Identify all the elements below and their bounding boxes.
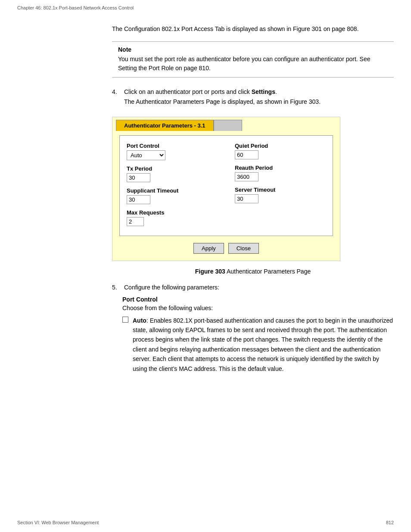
figure-tab-bar: Authenticator Parameters - 3.1 xyxy=(112,117,340,131)
max-requests-input[interactable] xyxy=(127,217,144,226)
intro-text: The Configuration 802.1x Port Access Tab… xyxy=(112,24,394,34)
supplicant-timeout-input[interactable] xyxy=(127,195,150,204)
figure-button-row: Apply Close xyxy=(119,241,333,254)
note-title: Note xyxy=(118,46,388,53)
reauth-period-label: Reauth Period xyxy=(235,165,326,171)
figure-inner: Port Control Auto Tx Period xyxy=(112,131,340,261)
close-button[interactable]: Close xyxy=(228,243,259,254)
auto-bullet-text: Auto: Enables 802.1X port-based authenti… xyxy=(133,316,394,373)
apply-button[interactable]: Apply xyxy=(193,243,224,254)
quiet-period-label: Quiet Period xyxy=(235,143,326,149)
auto-checkbox-icon xyxy=(122,317,128,323)
max-requests-field: Max Requests xyxy=(127,209,218,226)
auto-bullet-item: Auto: Enables 802.1X port-based authenti… xyxy=(122,316,394,373)
step-4-text: Click on an authenticator port or ports … xyxy=(124,87,321,106)
step-5-number: 5. xyxy=(112,284,121,291)
figure-caption: Figure 303 Authenticator Parameters Page xyxy=(112,268,394,275)
port-control-select[interactable]: Auto xyxy=(127,150,165,160)
param-col-right: Quiet Period Reauth Period Server Timeou… xyxy=(235,143,326,231)
auto-term: Auto xyxy=(133,317,146,324)
server-timeout-label: Server Timeout xyxy=(235,187,326,193)
reauth-period-field: Reauth Period xyxy=(235,165,326,181)
quiet-period-input[interactable] xyxy=(235,150,258,159)
port-control-select-wrap: Auto xyxy=(127,150,218,160)
supplicant-timeout-field: Supplicant Timeout xyxy=(127,187,218,204)
tx-period-input[interactable] xyxy=(127,173,150,182)
port-control-label: Port Control xyxy=(127,143,218,149)
server-timeout-field: Server Timeout xyxy=(235,187,326,203)
step-5-text: Configure the following parameters: xyxy=(124,283,219,292)
note-box: Note You must set the port role as authe… xyxy=(112,41,394,78)
port-control-field: Port Control Auto xyxy=(127,143,218,160)
note-body: You must set the port role as authentica… xyxy=(118,55,388,73)
figure-caption-bold: Figure 303 xyxy=(195,268,225,275)
port-control-subtext: Choose from the following values: xyxy=(122,305,394,311)
tx-period-label: Tx Period xyxy=(127,165,218,172)
supplicant-timeout-label: Supplicant Timeout xyxy=(127,187,218,194)
quiet-period-field: Quiet Period xyxy=(235,143,326,159)
reauth-period-input[interactable] xyxy=(235,172,258,181)
param-grid: Port Control Auto Tx Period xyxy=(127,143,326,231)
max-requests-label: Max Requests xyxy=(127,209,218,216)
footer-left: Section VI: Web Browser Management xyxy=(17,520,99,525)
figure-tab-inactive xyxy=(214,120,243,131)
step-5: 5. Configure the following parameters: xyxy=(112,283,394,292)
tx-period-field: Tx Period xyxy=(127,165,218,182)
param-col-left: Port Control Auto Tx Period xyxy=(127,143,218,231)
page-footer: Section VI: Web Browser Management 812 xyxy=(0,520,411,525)
figure-303-wrapper: Authenticator Parameters - 3.1 Port Cont… xyxy=(112,117,340,261)
port-control-section: Port Control Choose from the following v… xyxy=(122,296,394,373)
footer-right: 812 xyxy=(386,520,394,525)
step-4-number: 4. xyxy=(112,88,121,95)
figure-tab-active[interactable]: Authenticator Parameters - 3.1 xyxy=(116,120,214,131)
server-timeout-input[interactable] xyxy=(235,194,258,203)
step-4: 4. Click on an authenticator port or por… xyxy=(112,87,394,106)
port-control-heading: Port Control xyxy=(122,296,394,303)
param-panel: Port Control Auto Tx Period xyxy=(119,135,333,236)
page-header: Chapter 46: 802.1x Port-based Network Ac… xyxy=(0,0,411,16)
